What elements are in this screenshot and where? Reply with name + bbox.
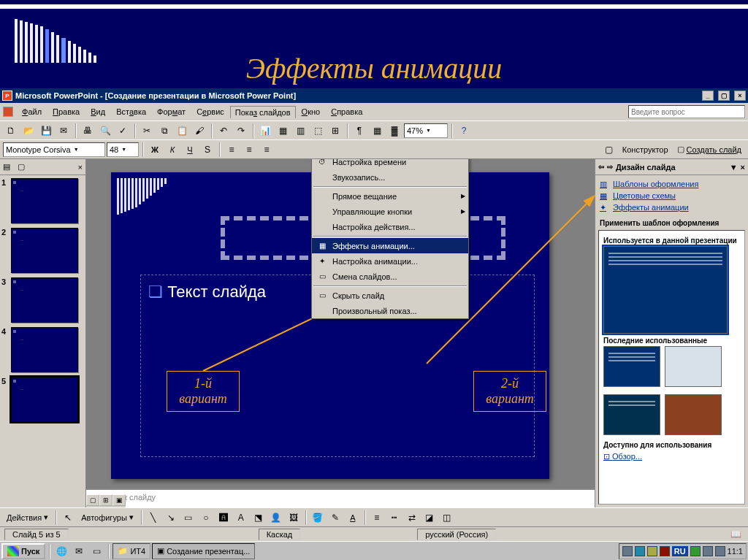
line-color-button[interactable]: ✎ bbox=[327, 510, 343, 526]
templates-link[interactable]: ▥Шаблоны оформления bbox=[600, 178, 744, 190]
browse-link[interactable]: ⊡ Обзор... bbox=[603, 450, 740, 463]
zoom-combo[interactable]: 47%▼ bbox=[404, 123, 448, 138]
rectangle-tool-button[interactable]: ▭ bbox=[180, 510, 196, 526]
menu-slideshow[interactable]: Показ слайдов bbox=[230, 106, 296, 118]
tray-icon[interactable] bbox=[690, 546, 701, 556]
menu-item-10[interactable]: ▭Скрыть слайд bbox=[312, 288, 468, 303]
new-slide-button[interactable]: ▢ Создать слайд bbox=[673, 143, 745, 156]
template-recent-3[interactable] bbox=[603, 394, 660, 435]
menu-item-7[interactable]: ▦Эффекты анимации... bbox=[312, 238, 468, 253]
shadow-button[interactable]: S bbox=[199, 142, 215, 158]
language-indicator[interactable]: RU bbox=[672, 546, 688, 556]
font-color-button[interactable]: A bbox=[345, 510, 361, 526]
menu-item-8[interactable]: ✦Настройка анимации... bbox=[312, 253, 468, 269]
taskpane-back-button[interactable]: ⇦ bbox=[598, 163, 604, 171]
diagram-button[interactable]: ⬔ bbox=[251, 510, 267, 526]
slideshow-view-button[interactable]: ▣ bbox=[112, 494, 126, 506]
undo-icon[interactable]: ↶ bbox=[215, 123, 232, 139]
redo-icon[interactable]: ↷ bbox=[233, 123, 249, 139]
menu-item-2[interactable]: ⏱Настройка времени bbox=[312, 158, 468, 169]
draw-actions-button[interactable]: Действия ▾ bbox=[3, 511, 52, 523]
oval-tool-button[interactable]: ○ bbox=[198, 510, 214, 526]
tray-icon[interactable] bbox=[647, 546, 657, 556]
outline-tab[interactable]: ▤ bbox=[3, 162, 10, 172]
chart-icon[interactable]: 📊 bbox=[257, 123, 273, 139]
open-icon[interactable]: 📂 bbox=[20, 123, 37, 139]
line-style-button[interactable]: ≡ bbox=[369, 510, 385, 526]
cut-icon[interactable]: ✂ bbox=[139, 123, 155, 139]
quicklaunch-1[interactable]: 🌐 bbox=[53, 543, 69, 559]
copy-icon[interactable]: ⧉ bbox=[156, 123, 172, 139]
align-left-button[interactable]: ≡ bbox=[224, 142, 240, 158]
arrow-tool-button[interactable]: ↘ bbox=[163, 510, 179, 526]
maximize-button[interactable]: ▢ bbox=[718, 91, 730, 101]
close-button[interactable]: × bbox=[734, 91, 746, 101]
bold-button[interactable]: Ж bbox=[147, 142, 163, 158]
3d-style-button[interactable]: ◫ bbox=[439, 510, 455, 526]
taskbar-app-1[interactable]: 📁 ИТ4 bbox=[112, 543, 150, 559]
taskpane-fwd-button[interactable]: ⇨ bbox=[607, 163, 613, 171]
menu-item-9[interactable]: ▭Смена слайдов... bbox=[312, 269, 468, 284]
paste-icon[interactable]: 📋 bbox=[174, 123, 190, 139]
select-arrow-button[interactable]: ↖ bbox=[60, 510, 76, 526]
format-painter-icon[interactable]: 🖌 bbox=[191, 123, 207, 139]
font-size-combo[interactable]: 48▼ bbox=[107, 142, 139, 157]
hyperlink-icon[interactable]: ⬚ bbox=[310, 123, 326, 139]
italic-button[interactable]: К bbox=[164, 142, 180, 158]
new-icon[interactable]: 🗋 bbox=[3, 123, 19, 139]
picture-button[interactable]: 🖼 bbox=[286, 510, 302, 526]
line-tool-button[interactable]: ╲ bbox=[145, 510, 161, 526]
slide-thumb-2[interactable]: ||||... bbox=[11, 228, 78, 273]
grid-icon[interactable]: ▦ bbox=[369, 123, 385, 139]
fill-color-button[interactable]: 🪣 bbox=[310, 510, 326, 526]
tray-icon[interactable] bbox=[622, 546, 633, 556]
color-schemes-link[interactable]: ▦Цветовые схемы bbox=[600, 190, 744, 202]
minimize-button[interactable]: _ bbox=[702, 91, 714, 101]
tray-icon[interactable] bbox=[703, 546, 713, 556]
menu-item-5[interactable]: Управляющие кнопки▶ bbox=[312, 204, 468, 219]
menu-item-3[interactable]: Звукозапись... bbox=[312, 169, 468, 185]
preview-icon[interactable]: 🔍 bbox=[97, 123, 113, 139]
menu-file[interactable]: ФФайлайл bbox=[17, 105, 47, 118]
tables-borders-icon[interactable]: ▥ bbox=[292, 123, 308, 139]
menu-edit[interactable]: Правка bbox=[47, 105, 85, 118]
designer-button[interactable]: Конструктор bbox=[619, 144, 672, 156]
template-recent-1[interactable] bbox=[603, 346, 660, 387]
close-panel-button[interactable]: × bbox=[78, 163, 83, 172]
menu-insert[interactable]: Вставка bbox=[111, 105, 151, 118]
table-icon[interactable]: ▦ bbox=[275, 123, 291, 139]
autoshapes-button[interactable]: Автофигуры ▾ bbox=[77, 511, 137, 523]
textbox-tool-button[interactable]: 🅰 bbox=[215, 510, 232, 526]
help-icon[interactable]: ? bbox=[456, 123, 472, 139]
menu-window[interactable]: Окно bbox=[297, 105, 326, 118]
quicklaunch-2[interactable]: ✉ bbox=[71, 543, 87, 559]
slide-thumb-5[interactable]: ||||... bbox=[11, 377, 78, 422]
normal-view-button[interactable]: ▢ bbox=[86, 494, 99, 506]
notes-pane[interactable]: Заметки к слайду bbox=[86, 488, 595, 507]
slide-thumb-1[interactable]: ||||... bbox=[11, 178, 78, 223]
menu-item-11[interactable]: Произвольный показ... bbox=[312, 303, 468, 318]
clipart-button[interactable]: 👤 bbox=[268, 510, 284, 526]
quicklaunch-3[interactable]: ▭ bbox=[88, 543, 104, 559]
template-recent-2[interactable] bbox=[665, 346, 722, 387]
dash-style-button[interactable]: ┅ bbox=[386, 510, 402, 526]
tray-icon[interactable] bbox=[715, 546, 725, 556]
menu-format[interactable]: Формат bbox=[152, 105, 191, 118]
sorter-view-button[interactable]: ⊞ bbox=[99, 494, 112, 506]
color-icon[interactable]: ▓ bbox=[386, 123, 402, 139]
mail-icon[interactable]: ✉ bbox=[56, 123, 72, 139]
tray-icon[interactable] bbox=[635, 546, 645, 556]
font-combo[interactable]: Monotype Corsiva▼ bbox=[3, 142, 105, 157]
underline-button[interactable]: Ч bbox=[182, 142, 198, 158]
slides-tab[interactable]: ▢ bbox=[18, 162, 25, 172]
slide-thumb-4[interactable]: ||||... bbox=[11, 327, 78, 372]
ask-question-input[interactable] bbox=[628, 105, 745, 118]
slide-thumb-3[interactable]: ||||... bbox=[11, 277, 78, 323]
show-formatting-icon[interactable]: ¶ bbox=[351, 123, 367, 139]
taskpane-dropdown-button[interactable]: ▼ bbox=[730, 163, 738, 172]
save-icon[interactable]: 💾 bbox=[38, 123, 54, 139]
start-button[interactable]: Пуск bbox=[1, 543, 45, 559]
arrow-style-button[interactable]: ⇄ bbox=[404, 510, 420, 526]
align-right-button[interactable]: ≡ bbox=[259, 142, 275, 158]
menu-view[interactable]: Вид bbox=[85, 105, 110, 118]
